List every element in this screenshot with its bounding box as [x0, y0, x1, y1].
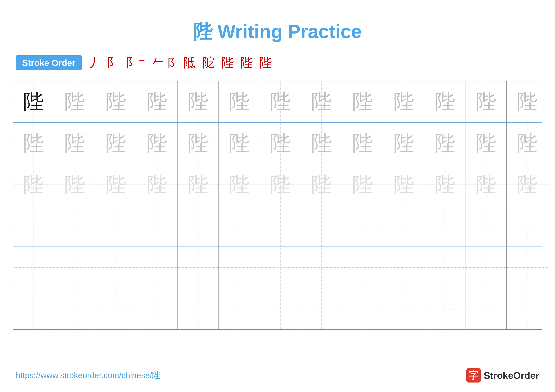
grid-cell-empty[interactable] [219, 205, 260, 247]
char-lighter: 陛 [476, 174, 496, 195]
grid-cell-empty[interactable] [424, 288, 466, 329]
stroke-step-3: 阝⁻ [126, 54, 145, 71]
grid-cell[interactable]: 陛 [260, 164, 301, 205]
grid-cell-empty[interactable] [177, 205, 219, 247]
grid-cell[interactable]: 陛 [466, 164, 507, 205]
grid-cell[interactable]: 陛 [136, 122, 177, 164]
grid-cell-empty[interactable] [301, 247, 342, 288]
grid-cell-empty[interactable] [507, 205, 548, 247]
grid-cell-empty[interactable] [342, 247, 383, 288]
grid-cell-empty[interactable] [342, 205, 383, 247]
grid-cell-empty[interactable] [424, 247, 466, 288]
grid-cell[interactable]: 陛 [177, 164, 219, 205]
grid-cell[interactable]: 陛 [177, 81, 219, 122]
grid-cell[interactable]: 陛 [342, 164, 383, 205]
grid-cell-empty[interactable] [95, 247, 136, 288]
grid-cell-empty[interactable] [219, 288, 260, 329]
grid-cell-empty[interactable] [54, 288, 95, 329]
char-lighter: 陛 [394, 174, 414, 195]
char-light: 陛 [188, 133, 208, 153]
brand-icon-char: 字 [469, 369, 478, 382]
grid-cell-empty[interactable] [54, 247, 95, 288]
grid-cell[interactable]: 陛 [507, 122, 548, 164]
grid-cell-empty[interactable] [383, 288, 424, 329]
grid-cell[interactable]: 陛 [177, 122, 219, 164]
grid-cell-empty[interactable] [383, 205, 424, 247]
char-light: 陛 [517, 133, 537, 153]
char-lighter: 陛 [188, 174, 208, 195]
grid-cell-empty[interactable] [95, 288, 136, 329]
char-lighter: 陛 [270, 174, 291, 195]
grid-cell-empty[interactable] [13, 247, 54, 288]
grid-cell-empty[interactable] [301, 288, 342, 329]
grid-cell-empty[interactable] [342, 288, 383, 329]
char-light: 陛 [64, 133, 85, 153]
grid-cell[interactable]: 陛 [383, 81, 424, 122]
char-light: 陛 [229, 133, 249, 153]
grid-cell-empty[interactable] [13, 205, 54, 247]
grid-cell[interactable]: 陛 [54, 164, 95, 205]
grid-cell-empty[interactable] [54, 205, 95, 247]
grid-cell[interactable]: 陛 [260, 81, 301, 122]
grid-cell[interactable]: 陛 [466, 122, 507, 164]
grid-cell[interactable]: 陛 [424, 122, 466, 164]
grid-cell-empty[interactable] [507, 247, 548, 288]
grid-cell[interactable]: 陛 [54, 81, 95, 122]
grid-cell-empty[interactable] [466, 288, 507, 329]
grid-cell[interactable]: 陛 [54, 122, 95, 164]
grid-cell[interactable]: 陛 [342, 122, 383, 164]
grid-cell-empty[interactable] [136, 205, 177, 247]
char-lighter: 陛 [23, 174, 44, 195]
char-light: 陛 [311, 133, 332, 153]
grid-cell[interactable]: 陛 [301, 122, 342, 164]
char-medium: 陛 [352, 91, 373, 112]
grid-cell[interactable]: 陛 [507, 164, 548, 205]
grid-cell[interactable]: 陛 [13, 164, 54, 205]
grid-cell-empty[interactable] [260, 288, 301, 329]
grid-cell[interactable]: 陛 [13, 122, 54, 164]
grid-cell-empty[interactable] [466, 205, 507, 247]
grid-cell[interactable]: 陛 [219, 164, 260, 205]
grid-cell[interactable]: 陛 [301, 81, 342, 122]
char-lighter: 陛 [147, 174, 167, 195]
grid-cell-empty[interactable] [260, 205, 301, 247]
footer-url[interactable]: https://www.strokeorder.com/chinese/陛 [16, 370, 160, 381]
char-light: 陛 [476, 133, 496, 153]
char-medium: 陛 [435, 91, 455, 112]
grid-cell[interactable]: 陛 [383, 122, 424, 164]
grid-cell[interactable]: 陛 [424, 164, 466, 205]
grid-cell-empty[interactable] [136, 247, 177, 288]
grid-cell-empty[interactable] [95, 205, 136, 247]
grid-cell[interactable]: 陛 [383, 164, 424, 205]
grid-cell[interactable]: 陛 [260, 122, 301, 164]
grid-cell[interactable]: 陛 [95, 164, 136, 205]
grid-cell-empty[interactable] [466, 247, 507, 288]
grid-cell-empty[interactable] [177, 288, 219, 329]
grid-cell[interactable]: 陛 [95, 81, 136, 122]
grid-cell[interactable]: 陛 [301, 164, 342, 205]
char-lighter: 陛 [517, 174, 537, 195]
grid-cell[interactable]: 陛 [507, 81, 548, 122]
grid-cell-empty[interactable] [383, 247, 424, 288]
grid-cell-empty[interactable] [219, 247, 260, 288]
grid-cell-empty[interactable] [136, 288, 177, 329]
grid-cell-empty[interactable] [13, 288, 54, 329]
grid-cell[interactable]: 陛 [136, 164, 177, 205]
grid-cell-empty[interactable] [507, 288, 548, 329]
grid-cell-empty[interactable] [424, 205, 466, 247]
grid-cell[interactable]: 陛 [95, 122, 136, 164]
char-medium: 陛 [476, 91, 496, 112]
grid-cell-empty[interactable] [177, 247, 219, 288]
grid-cell[interactable]: 陛 [219, 81, 260, 122]
char-light: 陛 [106, 133, 126, 153]
char-lighter: 陛 [229, 174, 249, 195]
grid-row-2: 陛 陛 陛 陛 陛 陛 陛 陛 陛 陛 陛 陛 [13, 122, 542, 164]
grid-cell[interactable]: 陛 [13, 81, 54, 122]
grid-cell[interactable]: 陛 [466, 81, 507, 122]
grid-cell[interactable]: 陛 [136, 81, 177, 122]
grid-cell[interactable]: 陛 [424, 81, 466, 122]
grid-cell[interactable]: 陛 [219, 122, 260, 164]
grid-cell[interactable]: 陛 [342, 81, 383, 122]
grid-cell-empty[interactable] [301, 205, 342, 247]
grid-cell-empty[interactable] [260, 247, 301, 288]
